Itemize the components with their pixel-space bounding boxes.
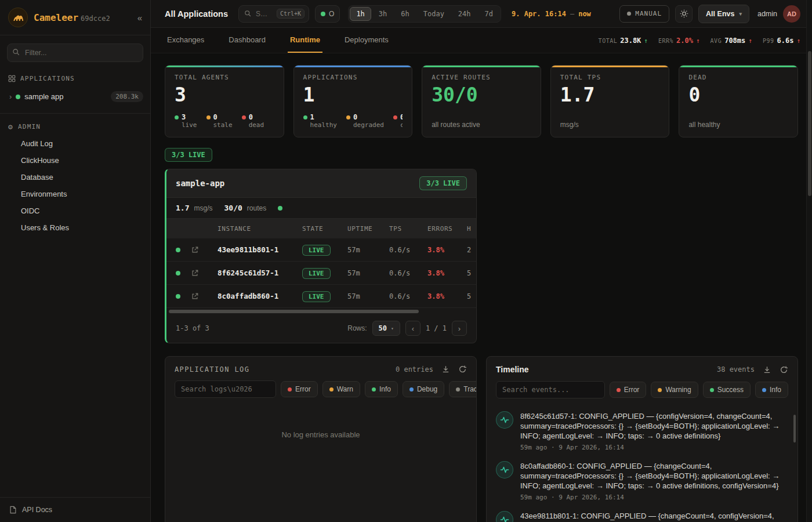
- timeline-filter-warning[interactable]: Warning: [651, 382, 698, 398]
- event-timestamp: 59m ago · 9 Apr 2026, 16:14: [520, 494, 788, 501]
- timeline-filter-info[interactable]: Info: [755, 382, 788, 398]
- user-avatar[interactable]: AD: [783, 5, 800, 23]
- log-filter-warn[interactable]: Warn: [322, 381, 360, 397]
- instance-id: 8c0affadb860-1: [217, 292, 302, 300]
- stat-card-dead: DEAD 0 all healthy: [679, 65, 798, 137]
- timeline-event: 8f6245c61d57-1: CONFIG_APPLIED — {config…: [496, 411, 788, 451]
- time-range-6h[interactable]: 6h: [394, 7, 415, 21]
- download-icon[interactable]: [441, 365, 450, 374]
- tab-deployments[interactable]: Deployments: [342, 28, 391, 53]
- sidebar-logo-row: Cameleer69dcce2 «: [0, 0, 150, 35]
- sidebar-item-users-roles[interactable]: Users & Roles: [0, 219, 150, 236]
- card-title: DEAD: [688, 74, 788, 81]
- card-title: TOTAL AGENTS: [175, 74, 274, 81]
- page-scrollbar-thumb[interactable]: [808, 51, 811, 196]
- tab-dashboard[interactable]: Dashboard: [226, 28, 268, 53]
- header-stats: TOTAL 23.8K ↑ ERR% 2.0% ↑ AVG 708ms ↑ P9…: [599, 28, 800, 53]
- log-search-input[interactable]: [175, 380, 276, 398]
- manual-label: MANUAL: [635, 10, 662, 17]
- instance-status-dot: [176, 294, 180, 299]
- timeline-filter-error[interactable]: Error: [610, 382, 647, 398]
- stat-total-value: 23.8K: [620, 37, 641, 45]
- sidebar-item-audit-log[interactable]: Audit Log: [0, 135, 150, 152]
- pagination: Rows: 50 ▾ ‹ 1 / 1 ›: [347, 321, 467, 336]
- external-link-icon[interactable]: [191, 269, 217, 277]
- table-row[interactable]: 8c0affadb860-1 LIVE 57m 0.6/s 3.8% 5: [166, 285, 476, 308]
- manual-refresh-button[interactable]: MANUAL: [619, 5, 669, 23]
- info-dot-icon: [762, 388, 766, 392]
- green-dot-icon: [303, 115, 307, 119]
- online-toggle[interactable]: O: [315, 5, 340, 23]
- rows-per-page-value: 50: [379, 324, 387, 332]
- log-filter-error[interactable]: Error: [281, 381, 318, 397]
- username-label: admin: [757, 10, 777, 18]
- tab-exchanges[interactable]: Exchanges: [165, 28, 206, 53]
- timeline-filter-success[interactable]: Success: [703, 382, 751, 398]
- instance-table-header: INSTANCE STATE UPTIME TPS ERRORS H: [166, 219, 476, 238]
- tps-value: 1.7: [176, 204, 189, 212]
- metric-live: 3 live: [175, 113, 197, 129]
- timeline-scrollbar[interactable]: [793, 415, 796, 443]
- column-heap: H: [467, 225, 477, 233]
- external-link-icon[interactable]: [191, 292, 217, 300]
- tps-cell: 0.6/s: [389, 292, 427, 300]
- environment-select[interactable]: All Envs ▾: [698, 5, 749, 23]
- search-icon: [12, 48, 20, 56]
- card-title: TOTAL TPS: [560, 74, 660, 81]
- table-row[interactable]: 43ee9811b801-1 LIVE 57m 0.6/s 3.8% 2: [166, 238, 476, 262]
- sidebar-item-oidc[interactable]: OIDC: [0, 202, 150, 219]
- sidebar-item-database[interactable]: Database: [0, 169, 150, 186]
- event-timestamp: 59m ago · 9 Apr 2026, 16:14: [520, 444, 788, 451]
- page-scrollbar[interactable]: [806, 0, 812, 522]
- app-title-group: Cameleer69dcce2: [34, 12, 110, 23]
- metric-critical: 0 critical: [393, 113, 403, 129]
- log-filter-info[interactable]: Info: [365, 381, 398, 397]
- sidebar-item-api-docs[interactable]: API Docs: [0, 497, 150, 522]
- online-label: O: [329, 10, 334, 18]
- sidebar-item-sample-app[interactable]: › sample app 208.3k: [0, 87, 150, 106]
- time-range-24h[interactable]: 24h: [452, 7, 477, 21]
- prev-page-button[interactable]: ‹: [405, 321, 420, 336]
- tab-runtime[interactable]: Runtime: [288, 28, 322, 53]
- log-filter-trace[interactable]: Trace: [449, 381, 477, 397]
- sidebar-item-clickhouse[interactable]: ClickHouse: [0, 152, 150, 169]
- timeline-search-input[interactable]: [496, 381, 605, 398]
- stat-total: TOTAL 23.8K ↑: [599, 37, 648, 45]
- stat-p99-value: 6.6s: [777, 37, 793, 45]
- live-summary-badge: 3/3 LIVE: [165, 148, 212, 162]
- external-link-icon[interactable]: [191, 246, 217, 254]
- rows-per-page-select[interactable]: 50 ▾: [372, 321, 400, 336]
- refresh-icon[interactable]: [458, 365, 467, 374]
- row-range-label: 1-3 of 3: [176, 324, 209, 332]
- stat-card-active-routes: ACTIVE ROUTES 30/0 all routes active: [422, 65, 541, 137]
- next-page-button[interactable]: ›: [452, 321, 467, 336]
- time-range-3h[interactable]: 3h: [372, 7, 393, 21]
- environment-select-value: All Envs: [706, 10, 734, 18]
- table-horizontal-scrollbar[interactable]: [169, 310, 474, 313]
- log-filter-debug[interactable]: Debug: [403, 381, 444, 397]
- gear-icon: ⚙: [8, 123, 13, 130]
- time-range-today[interactable]: Today: [417, 7, 451, 21]
- refresh-icon[interactable]: [780, 365, 788, 374]
- global-search-button[interactable]: S… Ctrl+K: [238, 5, 309, 23]
- app-card-title: sample-app: [176, 179, 224, 188]
- search-shortcut-badge: Ctrl+K: [277, 9, 304, 19]
- time-range-7d[interactable]: 7d: [478, 7, 499, 21]
- sidebar-collapse-button[interactable]: «: [137, 13, 142, 23]
- event-text: 8f6245c61d57-1: CONFIG_APPLIED — {config…: [520, 411, 788, 441]
- heap-cell: 5: [467, 269, 477, 277]
- sidebar-item-environments[interactable]: Environments: [0, 186, 150, 202]
- table-row[interactable]: 8f6245c61d57-1 LIVE 57m 0.6/s 3.8% 5: [166, 262, 476, 285]
- camel-logo-icon: [8, 8, 28, 27]
- column-state: STATE: [302, 225, 347, 233]
- time-range-1h[interactable]: 1h: [350, 7, 371, 21]
- search-placeholder-text: S…: [256, 10, 267, 18]
- column-tps: TPS: [389, 225, 427, 233]
- metric-stale: 0 stale: [206, 113, 233, 129]
- log-panel-meta: 0 entries: [396, 365, 467, 374]
- download-icon[interactable]: [763, 365, 771, 374]
- date-range-display[interactable]: 9. Apr. 16:14 — now: [512, 10, 591, 18]
- sidebar-filter-input[interactable]: [7, 44, 143, 62]
- theme-toggle-button[interactable]: [675, 5, 693, 23]
- instance-status-dot: [176, 248, 180, 252]
